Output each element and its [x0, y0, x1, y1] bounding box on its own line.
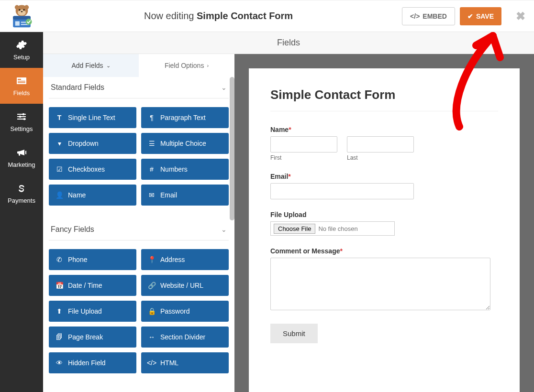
save-button[interactable]: ✔ SAVE — [460, 7, 501, 25]
first-name-input[interactable] — [270, 136, 337, 152]
sidenav-item-fields[interactable]: Fields — [0, 68, 43, 104]
user-icon: 👤 — [56, 191, 63, 199]
svg-point-5 — [23, 9, 25, 11]
svg-point-4 — [19, 9, 21, 11]
close-icon[interactable]: ✖ — [516, 10, 525, 23]
svg-point-12 — [26, 19, 32, 25]
comment-textarea[interactable] — [270, 258, 490, 310]
field-website-url[interactable]: 🔗Website / URL — [141, 275, 229, 296]
field-html[interactable]: </>HTML — [141, 352, 229, 373]
chevron-down-icon: ⌄ — [106, 63, 111, 69]
form-preview: Simple Contact Form Name* First Last — [249, 68, 520, 392]
field-single-line-text[interactable]: TSingle Line Text — [49, 107, 136, 128]
scrollbar[interactable] — [230, 77, 234, 220]
chevron-down-icon: ⌄ — [221, 226, 227, 233]
paragraph-icon: ¶ — [148, 114, 156, 121]
embed-button[interactable]: </> EMBED — [402, 7, 455, 25]
arrows-h-icon: ↔ — [148, 333, 156, 341]
field-email-row[interactable]: Email* — [270, 173, 498, 199]
chevron-down-icon: ⌄ — [221, 84, 227, 91]
phone-icon: ✆ — [56, 256, 63, 263]
field-section-divider[interactable]: ↔Section Divider — [141, 327, 229, 348]
svg-point-17 — [22, 113, 24, 115]
form-title: Simple Contact Form — [270, 87, 498, 111]
svg-point-19 — [23, 118, 25, 120]
check-icon: ✔ — [467, 12, 473, 20]
code-icon: </> — [410, 12, 420, 20]
text-icon: T — [56, 114, 63, 121]
page-title: Now editing Simple Contact Form — [35, 11, 402, 22]
sidenav-item-marketing[interactable]: Marketing — [0, 140, 43, 175]
dollar-icon — [16, 183, 27, 194]
svg-rect-9 — [15, 22, 20, 26]
calendar-icon: 📅 — [56, 282, 63, 289]
chevron-right-icon: › — [207, 63, 209, 68]
last-sublabel: Last — [347, 154, 414, 161]
lock-icon: 🔒 — [148, 307, 156, 315]
form-icon — [16, 75, 27, 87]
subheader: Fields — [43, 32, 534, 54]
field-multiple-choice[interactable]: ☰Multiple Choice — [141, 133, 229, 154]
field-paragraph-text[interactable]: ¶Paragraph Text — [141, 107, 229, 128]
eye-slash-icon: 👁 — [56, 359, 63, 367]
svg-point-1 — [15, 5, 19, 10]
field-name-row[interactable]: Name* First Last — [270, 126, 498, 161]
field-name[interactable]: 👤Name — [49, 185, 136, 206]
field-dropdown[interactable]: ▾Dropdown — [49, 133, 136, 154]
sidenav-item-setup[interactable]: Setup — [0, 32, 43, 68]
sidenav-item-payments[interactable]: Payments — [0, 175, 43, 211]
file-status: No file chosen — [318, 225, 357, 232]
email-input[interactable] — [270, 183, 414, 199]
submit-button[interactable]: Submit — [270, 324, 318, 343]
sidenav-item-settings[interactable]: Settings — [0, 104, 43, 140]
svg-rect-14 — [18, 79, 21, 80]
file-label: File Upload — [270, 211, 498, 218]
field-date-time[interactable]: 📅Date / Time — [49, 275, 136, 296]
svg-rect-15 — [18, 81, 25, 82]
link-icon: 🔗 — [148, 282, 156, 289]
tab-field-options[interactable]: Field Options › — [139, 54, 234, 77]
list-icon: ☰ — [148, 140, 156, 147]
preview-area: Simple Contact Form Name* First Last — [234, 54, 534, 392]
field-file-row[interactable]: File Upload Choose File No file chosen — [270, 211, 498, 236]
files-icon: 🗐 — [56, 333, 63, 341]
svg-point-18 — [19, 116, 21, 118]
upload-icon: ⬆ — [56, 307, 63, 315]
side-nav: Setup Fields Settings Marketing Payments — [0, 32, 43, 392]
svg-point-2 — [24, 5, 29, 10]
top-actions: </> EMBED ✔ SAVE ✖ — [402, 7, 525, 25]
comment-label: Comment or Message* — [270, 247, 498, 255]
section-standard-fields[interactable]: Standard Fields ⌄ — [49, 77, 229, 98]
tab-add-fields[interactable]: Add Fields ⌄ — [43, 54, 139, 77]
field-address[interactable]: 📍Address — [141, 249, 229, 270]
top-bar: Now editing Simple Contact Form </> EMBE… — [0, 0, 534, 32]
hash-icon: # — [148, 165, 156, 173]
marker-icon: 📍 — [148, 256, 156, 263]
svg-rect-16 — [18, 82, 25, 83]
first-sublabel: First — [270, 154, 337, 161]
caret-square-icon: ▾ — [56, 140, 63, 147]
check-square-icon: ☑ — [56, 165, 63, 173]
fields-panel: Add Fields ⌄ Field Options › Standard Fi… — [43, 54, 234, 392]
field-file-upload[interactable]: ⬆File Upload — [49, 301, 136, 322]
code-icon: </> — [148, 359, 156, 367]
envelope-icon: ✉ — [148, 191, 156, 199]
field-email[interactable]: ✉Email — [141, 185, 229, 206]
sliders-icon — [16, 111, 27, 122]
field-hidden-field[interactable]: 👁Hidden Field — [49, 352, 136, 373]
svg-point-6 — [21, 11, 22, 12]
app-logo — [9, 3, 35, 29]
field-checkboxes[interactable]: ☑Checkboxes — [49, 159, 136, 180]
field-comment-row[interactable]: Comment or Message* — [270, 247, 498, 312]
field-numbers[interactable]: #Numbers — [141, 159, 229, 180]
email-label: Email* — [270, 173, 498, 180]
choose-file-button[interactable]: Choose File — [274, 224, 315, 234]
field-page-break[interactable]: 🗐Page Break — [49, 327, 136, 348]
bullhorn-icon — [16, 147, 27, 158]
section-fancy-fields[interactable]: Fancy Fields ⌄ — [49, 219, 229, 240]
field-phone[interactable]: ✆Phone — [49, 249, 136, 270]
gear-icon — [16, 39, 27, 51]
field-password[interactable]: 🔒Password — [141, 301, 229, 322]
last-name-input[interactable] — [347, 136, 414, 152]
name-label: Name* — [270, 126, 498, 133]
